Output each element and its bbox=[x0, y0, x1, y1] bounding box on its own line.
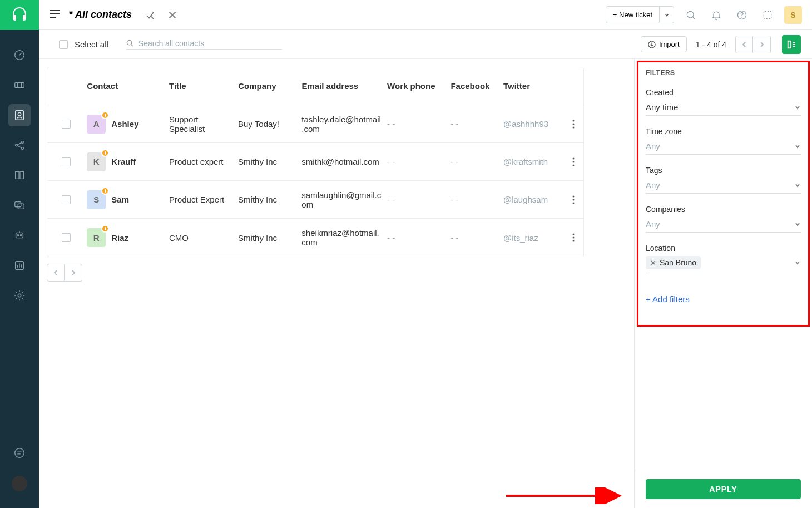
svg-point-6 bbox=[22, 147, 24, 150]
page-next[interactable] bbox=[753, 36, 771, 53]
table-row[interactable]: A Ashley Support Specialist Buy Today! t… bbox=[47, 105, 583, 143]
select-all-checkbox[interactable] bbox=[59, 40, 68, 49]
svg-rect-2 bbox=[16, 111, 24, 120]
user-menu[interactable]: S bbox=[784, 6, 802, 24]
add-filters-link[interactable]: + Add filters bbox=[646, 294, 690, 304]
new-ticket-button[interactable]: + New ticket bbox=[606, 6, 660, 23]
help-icon[interactable] bbox=[733, 6, 751, 24]
nav-forums[interactable] bbox=[8, 194, 31, 216]
nav-solutions[interactable] bbox=[8, 164, 31, 186]
col-facebook[interactable]: Facebook bbox=[450, 81, 503, 91]
location-chip[interactable]: ✕San Bruno bbox=[646, 256, 701, 269]
table-row[interactable]: K Krauff Product expert Smithy Inc smith… bbox=[47, 143, 583, 181]
filter-companies-select[interactable]: Any bbox=[646, 217, 801, 233]
contact-work-phone: - - bbox=[387, 157, 450, 166]
contact-email: tashley.dale@hotmail.com bbox=[301, 115, 387, 134]
nav-analytics[interactable] bbox=[8, 254, 31, 277]
contact-work-phone: - - bbox=[387, 119, 450, 129]
search-icon[interactable] bbox=[682, 6, 700, 24]
contact-facebook: - - bbox=[450, 119, 503, 129]
col-email[interactable]: Email address bbox=[301, 81, 387, 91]
hamburger-menu[interactable] bbox=[49, 9, 61, 21]
row-menu[interactable] bbox=[558, 157, 575, 166]
svg-point-29 bbox=[573, 199, 575, 200]
contacts-table: Contact Title Company Email address Work… bbox=[47, 67, 584, 257]
row-checkbox[interactable] bbox=[62, 120, 71, 129]
contact-facebook: - - bbox=[450, 233, 503, 243]
contact-name[interactable]: Ashley bbox=[111, 119, 138, 129]
contact-name[interactable]: Krauff bbox=[111, 157, 136, 166]
filters-panel-toggle[interactable] bbox=[782, 35, 801, 54]
table-row[interactable]: R Riaz CMO Smithy Inc sheikmriaz@hotmail… bbox=[47, 219, 583, 257]
import-button[interactable]: Import bbox=[641, 36, 687, 52]
col-twitter[interactable]: Twitter bbox=[503, 81, 558, 91]
nav-tickets[interactable] bbox=[8, 74, 31, 96]
svg-point-24 bbox=[573, 126, 575, 128]
contact-title: Product expert bbox=[169, 157, 238, 166]
contact-avatar: R bbox=[87, 228, 106, 247]
chip-remove-icon[interactable]: ✕ bbox=[650, 259, 656, 267]
page-prev[interactable] bbox=[735, 36, 753, 53]
sidebar bbox=[0, 0, 39, 508]
contact-title: Support Specialist bbox=[169, 115, 238, 134]
row-checkbox[interactable] bbox=[62, 157, 71, 166]
svg-point-31 bbox=[573, 234, 575, 235]
expand-icon[interactable] bbox=[759, 6, 776, 24]
notifications-icon[interactable] bbox=[707, 6, 725, 24]
nav-admin[interactable] bbox=[8, 284, 31, 307]
col-title[interactable]: Title bbox=[169, 81, 238, 91]
svg-point-3 bbox=[18, 112, 21, 116]
row-checkbox[interactable] bbox=[62, 233, 71, 242]
unverified-badge-icon bbox=[101, 187, 109, 195]
contact-name[interactable]: Sam bbox=[111, 195, 129, 204]
page-next-bottom[interactable] bbox=[65, 264, 82, 282]
new-ticket-dropdown[interactable] bbox=[660, 6, 674, 23]
svg-point-32 bbox=[573, 237, 575, 239]
save-view-icon[interactable] bbox=[145, 10, 155, 20]
apply-button[interactable]: APPLY bbox=[646, 479, 801, 499]
paging-text: 1 - 4 of 4 bbox=[696, 40, 726, 49]
contact-twitter: @ashhhh93 bbox=[503, 119, 558, 129]
filter-location-select[interactable]: ✕San Bruno bbox=[646, 256, 801, 273]
chevron-down-icon bbox=[794, 221, 801, 228]
close-icon[interactable] bbox=[167, 10, 177, 20]
filter-companies-label: Companies bbox=[646, 205, 801, 214]
page-prev-bottom[interactable] bbox=[47, 264, 65, 282]
svg-point-23 bbox=[573, 123, 575, 125]
svg-rect-21 bbox=[788, 41, 791, 48]
contact-title: Product Expert bbox=[169, 195, 238, 204]
user-avatar-bottom[interactable] bbox=[12, 476, 27, 491]
nav-contacts[interactable] bbox=[8, 104, 31, 126]
svg-point-22 bbox=[573, 120, 575, 121]
row-checkbox[interactable] bbox=[62, 195, 71, 204]
col-work-phone[interactable]: Work phone bbox=[387, 81, 450, 91]
svg-point-4 bbox=[16, 144, 18, 146]
svg-point-25 bbox=[573, 157, 575, 159]
contact-title: CMO bbox=[169, 233, 238, 243]
row-menu[interactable] bbox=[558, 120, 575, 129]
col-company[interactable]: Company bbox=[238, 81, 301, 91]
nav-freshworks[interactable] bbox=[8, 442, 31, 464]
contact-work-phone: - - bbox=[387, 233, 450, 243]
svg-rect-18 bbox=[764, 11, 771, 18]
toolbar: Select all Import 1 - 4 of 4 bbox=[39, 30, 812, 59]
unverified-badge-icon bbox=[101, 225, 109, 233]
svg-point-33 bbox=[573, 240, 575, 242]
row-menu[interactable] bbox=[558, 195, 575, 204]
col-contact[interactable]: Contact bbox=[87, 81, 169, 91]
nav-social[interactable] bbox=[8, 134, 31, 156]
contact-name[interactable]: Riaz bbox=[111, 233, 128, 243]
filter-created-select[interactable]: Any time bbox=[646, 100, 801, 116]
filter-tags-select[interactable]: Any bbox=[646, 178, 801, 194]
search-input[interactable] bbox=[138, 39, 282, 48]
row-menu[interactable] bbox=[558, 233, 575, 242]
filter-timezone-select[interactable]: Any bbox=[646, 139, 801, 155]
logo[interactable] bbox=[0, 0, 39, 30]
contact-avatar: S bbox=[87, 190, 106, 209]
nav-dashboard[interactable] bbox=[8, 44, 31, 66]
table-row[interactable]: S Sam Product Expert Smithy Inc samlaugh… bbox=[47, 181, 583, 219]
svg-point-27 bbox=[573, 164, 575, 166]
svg-point-15 bbox=[687, 11, 694, 18]
nav-bot[interactable] bbox=[8, 224, 31, 246]
page-title: *All contacts bbox=[69, 9, 132, 21]
